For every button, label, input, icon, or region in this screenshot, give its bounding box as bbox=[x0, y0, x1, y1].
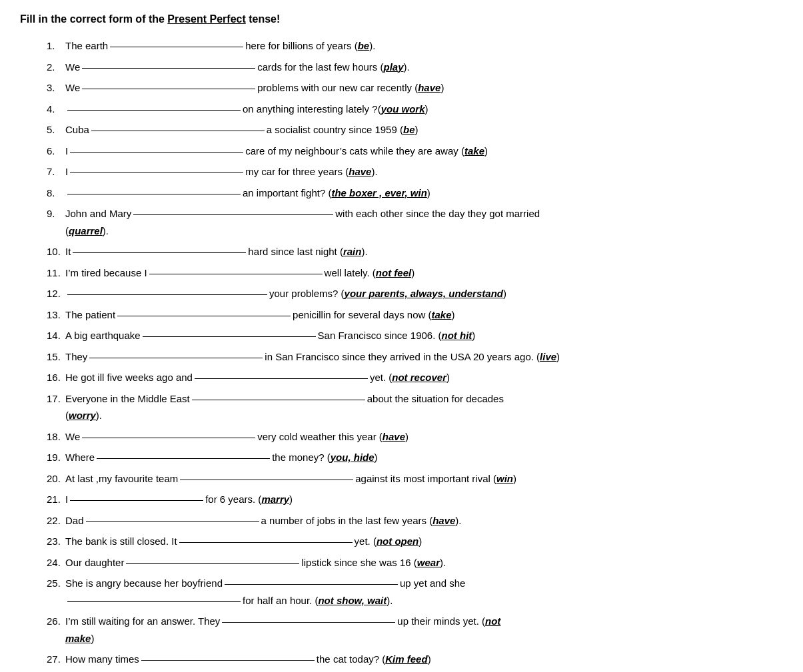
fill-blank bbox=[143, 336, 316, 337]
item-number: 15. bbox=[47, 348, 65, 366]
sentence-text: ). bbox=[455, 512, 461, 529]
hint-text: have bbox=[432, 512, 455, 529]
sentence-text: She is angry because her boyfriend bbox=[65, 575, 223, 592]
list-item: 21.Ifor 6 years. (marry) bbox=[47, 491, 783, 508]
sentence-text: The patient bbox=[65, 306, 115, 324]
fill-blank bbox=[149, 274, 323, 274]
hint-text: not feel bbox=[376, 264, 411, 282]
line-content: Ifor 6 years. (marry) bbox=[65, 491, 783, 508]
sentence-text: ) bbox=[411, 264, 414, 282]
exercise-list: 1.The earthhere for billions of years (b… bbox=[47, 37, 783, 672]
line-content: Everyone in the Middle Eastabout the sit… bbox=[65, 390, 783, 424]
list-item: 15.Theyin San Francisco since they arriv… bbox=[47, 348, 783, 366]
line-content: I’m tired because Iwell lately. (not fee… bbox=[65, 264, 783, 282]
hint-text: play bbox=[383, 59, 403, 76]
line-content: The bank is still closed. Ityet. (not op… bbox=[65, 533, 783, 550]
sentence-text: a number of jobs in the last few years ( bbox=[261, 512, 433, 529]
line-content: Wherethe money? (you, hide) bbox=[65, 449, 783, 466]
line-content: Dada number of jobs in the last few year… bbox=[65, 512, 783, 529]
sentence-text: ). bbox=[387, 592, 393, 609]
sentence-text: penicillin for several days now ( bbox=[293, 306, 431, 324]
line-content: Weproblems with our new car recently (ha… bbox=[65, 79, 783, 97]
sentence-text: At last ,my favourite team bbox=[65, 470, 178, 488]
hint-text: not bbox=[485, 613, 500, 630]
line-content: The earthhere for billions of years (be)… bbox=[65, 37, 783, 55]
hint-text: be bbox=[358, 37, 370, 55]
hint-text: the boxer , ever, win bbox=[331, 184, 426, 202]
sentence-text: ) bbox=[405, 428, 408, 446]
fill-blank bbox=[133, 214, 333, 215]
hint-text: wear bbox=[417, 554, 440, 571]
item-number: 17. bbox=[47, 390, 65, 408]
list-item: 22.Dada number of jobs in the last few y… bbox=[47, 512, 783, 529]
item-number: 1. bbox=[47, 37, 65, 55]
sentence-text: I’m still waiting for an answer. They bbox=[65, 613, 220, 630]
item-number: 7. bbox=[47, 163, 65, 180]
fill-blank bbox=[141, 660, 315, 661]
line-content: an important fight? (the boxer , ever, w… bbox=[65, 184, 783, 202]
sentence-text: How many times bbox=[65, 651, 139, 668]
sub-line: (worry). bbox=[65, 407, 783, 424]
list-item: 16.He got ill five weeks ago andyet. (no… bbox=[47, 369, 783, 386]
hint-text: not show, wait bbox=[318, 592, 387, 609]
hint-text: you work bbox=[381, 101, 425, 118]
sentence-text: We bbox=[65, 59, 80, 76]
sub-line: (quarrel). bbox=[65, 222, 783, 240]
sentence-text: ). bbox=[369, 37, 375, 55]
fill-blank bbox=[70, 172, 243, 173]
list-item: 12.your problems? (your parents, always,… bbox=[47, 285, 783, 302]
item-number: 10. bbox=[47, 243, 65, 260]
hint-text: quarrel bbox=[69, 222, 103, 240]
item-number: 9. bbox=[47, 205, 65, 222]
sentence-text: against its most important rival ( bbox=[355, 470, 496, 488]
list-item: 13.The patientpenicillin for several day… bbox=[47, 306, 783, 324]
sentence-text: cards for the last few hours ( bbox=[257, 59, 383, 76]
line-content: Wecards for the last few hours (play). bbox=[65, 59, 783, 76]
line-content: Cubaa socialist country since 1959 (be) bbox=[65, 121, 783, 139]
hint-text: make bbox=[65, 630, 91, 647]
sentence-text: Dad bbox=[65, 512, 84, 529]
fill-blank bbox=[192, 400, 365, 400]
item-number: 8. bbox=[47, 184, 65, 202]
item-number: 23. bbox=[47, 533, 65, 550]
hint-text: not recover bbox=[392, 369, 446, 386]
list-item: 20.At last ,my favourite teamagainst its… bbox=[47, 470, 783, 488]
sentence-text: up their minds yet. ( bbox=[397, 613, 485, 630]
item-number: 4. bbox=[47, 101, 65, 118]
sentence-text: Where bbox=[65, 449, 95, 466]
sentence-text: ). bbox=[404, 59, 410, 76]
sentence-text: He got ill five weeks ago and bbox=[65, 369, 193, 386]
list-item: 10.Ithard since last night (rain). bbox=[47, 243, 783, 260]
sentence-text: for 6 years. ( bbox=[205, 491, 261, 508]
list-item: 24.Our daughterlipstick since she was 16… bbox=[47, 554, 783, 571]
sentence-text: ) bbox=[425, 101, 428, 118]
sentence-text: for half an hour. ( bbox=[243, 592, 318, 609]
sentence-text: They bbox=[65, 348, 87, 366]
item-number: 13. bbox=[47, 306, 65, 324]
sentence-text: ). bbox=[361, 243, 367, 260]
list-item: 5.Cubaa socialist country since 1959 (be… bbox=[47, 121, 783, 139]
list-item: 11.I’m tired because Iwell lately. (not … bbox=[47, 264, 783, 282]
sentence-text: on anything interesting lately ?( bbox=[243, 101, 381, 118]
sentence-text: ) bbox=[289, 491, 293, 508]
sentence-text: ) bbox=[452, 306, 455, 324]
sentence-text: Everyone in the Middle East bbox=[65, 390, 190, 408]
list-item: 6.Icare of my neighbour’s cats while the… bbox=[47, 143, 783, 160]
list-item: 4.on anything interesting lately ?(you w… bbox=[47, 101, 783, 118]
sub-line: for half an hour. (not show, wait). bbox=[65, 592, 783, 609]
sentence-text: Cuba bbox=[65, 121, 89, 139]
fill-blank bbox=[97, 458, 270, 459]
hint-text: have bbox=[349, 163, 371, 180]
sentence-text: very cold weather this year ( bbox=[257, 428, 383, 446]
sentence-text: It bbox=[65, 243, 71, 260]
line-content: Imy car for three years (have). bbox=[65, 163, 783, 180]
line-content: The patientpenicillin for several days n… bbox=[65, 306, 783, 324]
hint-text: not hit bbox=[442, 327, 472, 344]
line-content: Wevery cold weather this year (have) bbox=[65, 428, 783, 446]
sentence-text: ). bbox=[103, 222, 109, 240]
item-number: 21. bbox=[47, 491, 65, 508]
line-content: How many timesthe cat today? (Kim feed) bbox=[65, 651, 783, 668]
fill-blank bbox=[222, 622, 395, 623]
sentence-text: ) bbox=[414, 121, 418, 139]
item-number: 3. bbox=[47, 79, 65, 97]
